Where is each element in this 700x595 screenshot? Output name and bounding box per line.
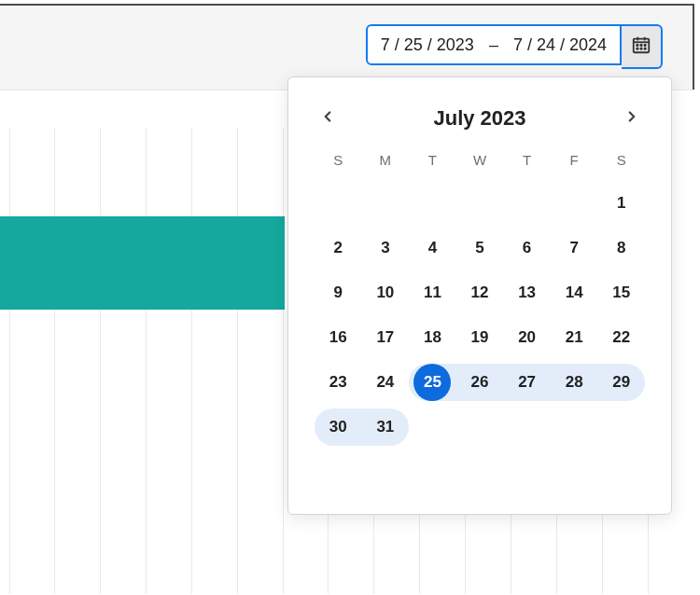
chevron-left-icon: [319, 108, 336, 129]
calendar-day-empty: [362, 185, 410, 222]
weekday-label: M: [362, 152, 410, 168]
calendar-day-empty: [597, 408, 645, 446]
gridline: [100, 128, 101, 594]
range-start-value[interactable]: 7 / 25 / 2023: [381, 35, 474, 55]
weekday-label: W: [456, 152, 504, 168]
weekday-label: F: [551, 152, 598, 168]
date-range-field: 7 / 25 / 2023 – 7 / 24 / 2024: [366, 24, 663, 69]
open-calendar-button[interactable]: [622, 24, 663, 69]
range-separator: –: [489, 35, 498, 55]
calendar-week: 23242526272829: [315, 360, 645, 405]
calendar-day[interactable]: 12: [456, 274, 504, 311]
chevron-right-icon: [623, 108, 640, 129]
range-end-value[interactable]: 7 / 24 / 2024: [513, 35, 607, 55]
calendar-day[interactable]: 18: [409, 319, 456, 356]
calendar-day[interactable]: 14: [551, 274, 598, 311]
app-frame: 7 / 25 / 2023 – 7 / 24 / 2024: [0, 4, 694, 591]
calendar-day[interactable]: 15: [597, 274, 645, 311]
gridline: [9, 128, 10, 594]
calendar-day-empty: [456, 408, 504, 446]
calendar-day-empty: [551, 185, 598, 222]
gridline: [237, 128, 238, 594]
svg-point-5: [640, 45, 641, 46]
calendar-day[interactable]: 25: [409, 364, 456, 401]
calendar-day-empty: [409, 408, 456, 446]
calendar-day[interactable]: 4: [409, 229, 456, 267]
calendar-header: July 2023: [315, 100, 645, 148]
svg-point-9: [644, 48, 645, 48]
calendar-week: 1: [315, 181, 645, 226]
calendar-day-empty: [551, 408, 598, 446]
calendar-day[interactable]: 30: [315, 408, 362, 446]
calendar-day[interactable]: 2: [315, 229, 362, 267]
svg-point-6: [644, 45, 645, 46]
calendar-day[interactable]: 21: [551, 319, 598, 356]
calendar-day[interactable]: 7: [551, 229, 598, 267]
prev-month-button[interactable]: [315, 105, 341, 131]
date-range-input[interactable]: 7 / 25 / 2023 – 7 / 24 / 2024: [366, 24, 622, 65]
calendar-day-empty: [503, 408, 551, 446]
calendar-day[interactable]: 31: [362, 408, 410, 446]
weekday-label: S: [597, 152, 645, 168]
calendar-day[interactable]: 1: [597, 185, 645, 222]
calendar-day[interactable]: 28: [551, 364, 598, 401]
calendar-day[interactable]: 9: [315, 274, 362, 311]
gridline: [54, 128, 55, 594]
calendar-day-empty: [503, 185, 551, 222]
calendar-icon: [631, 35, 651, 59]
calendar-day[interactable]: 22: [597, 319, 645, 356]
weekday-label: S: [315, 152, 362, 168]
calendar-title: July 2023: [433, 106, 525, 131]
calendar-day[interactable]: 11: [409, 274, 456, 311]
next-month-button[interactable]: [619, 105, 645, 131]
calendar-day-empty: [456, 185, 504, 222]
weekday-label: T: [503, 152, 551, 168]
calendar-day[interactable]: 23: [315, 364, 362, 401]
gridline: [191, 128, 192, 594]
calendar-day[interactable]: 8: [597, 229, 645, 267]
calendar-day[interactable]: 19: [456, 319, 504, 356]
calendar-day[interactable]: 5: [456, 229, 504, 267]
gridline: [283, 128, 284, 594]
weekday-header-row: SMTWTFS: [315, 152, 645, 168]
calendar-popup: July 2023 SMTWTFS 1234567891011121314151…: [287, 76, 672, 515]
calendar-weeks: 1234567891011121314151617181920212223242…: [315, 181, 645, 450]
calendar-day[interactable]: 29: [597, 364, 645, 401]
calendar-week: 2345678: [315, 226, 645, 270]
calendar-day[interactable]: 13: [503, 274, 551, 311]
chart-bar: [0, 216, 285, 310]
weekday-label: T: [409, 152, 456, 168]
calendar-day-number: 25: [424, 373, 441, 392]
calendar-day[interactable]: 10: [362, 274, 410, 311]
calendar-week: 16171819202122: [315, 315, 645, 360]
gridline: [146, 128, 147, 594]
svg-point-7: [637, 48, 637, 48]
calendar-week: 9101112131415: [315, 270, 645, 315]
calendar-day-empty: [315, 185, 362, 222]
calendar-day[interactable]: 26: [456, 364, 504, 401]
calendar-day[interactable]: 6: [503, 229, 551, 267]
calendar-day[interactable]: 16: [315, 319, 362, 356]
calendar-day[interactable]: 27: [503, 364, 551, 401]
svg-point-8: [640, 48, 641, 48]
calendar-week: 3031: [315, 405, 645, 450]
calendar-day[interactable]: 20: [503, 319, 551, 356]
svg-point-4: [637, 45, 637, 46]
calendar-day[interactable]: 3: [362, 229, 410, 267]
calendar-day-empty: [409, 185, 456, 222]
calendar-day[interactable]: 17: [362, 319, 410, 356]
calendar-day[interactable]: 24: [362, 364, 410, 401]
